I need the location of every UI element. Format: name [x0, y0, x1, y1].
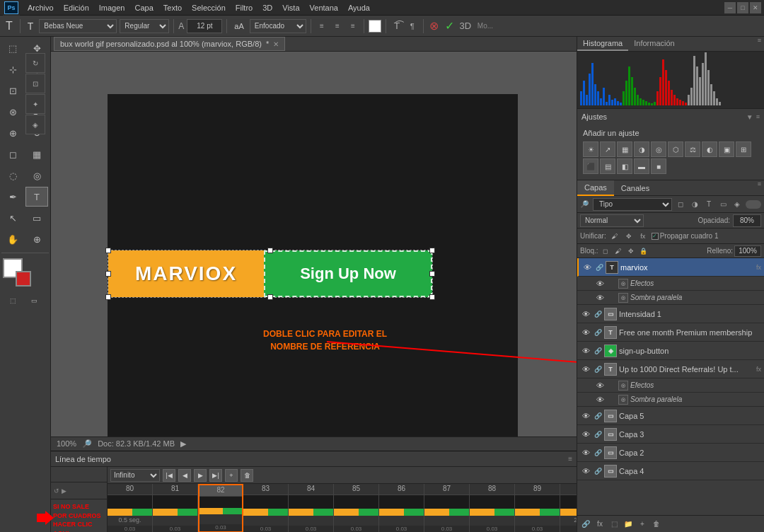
bw-icon[interactable]: ◐	[702, 141, 717, 157]
posterize-icon[interactable]: ▤	[600, 158, 615, 174]
menu-texto[interactable]: Texto	[158, 0, 187, 16]
ajustes-collapse[interactable]: ▼	[746, 113, 753, 121]
more-options[interactable]: Mo...	[478, 22, 493, 30]
zoom-tool[interactable]: ⊕	[25, 229, 48, 249]
add-mask-icon[interactable]: ⬚	[608, 519, 620, 530]
frame-cell[interactable]: 88 0.03	[470, 484, 515, 532]
frame-cell[interactable]: 87 0.03	[424, 484, 470, 532]
shape-tool[interactable]: ▭	[25, 208, 48, 228]
frame-cell[interactable]: 89 0.03	[515, 484, 560, 532]
curves-icon[interactable]: ↗	[600, 141, 615, 157]
link-layers-icon[interactable]: 🔗	[580, 519, 591, 530]
propagate-checkbox[interactable]: ✓	[652, 233, 659, 240]
layer-visibility-icon[interactable]: 👁	[580, 308, 591, 320]
layer-link-icon[interactable]: 🔗	[594, 327, 602, 338]
handle-tm[interactable]	[267, 248, 273, 253]
frame-cell[interactable]: 86 0.03	[379, 484, 424, 532]
loop-icon[interactable]: ↺	[54, 487, 59, 495]
channel-mix-icon[interactable]: ⊞	[736, 141, 751, 157]
text-orient-icon[interactable]: T	[25, 18, 37, 34]
text-filter-icon[interactable]: T	[703, 199, 714, 210]
blur-tool[interactable]: ◌	[1, 166, 24, 185]
document-tab[interactable]: bux world gif personalizado.psd al 100% …	[54, 37, 285, 51]
layer-item[interactable]: 👁 🔗 ▭ Capa 5	[577, 407, 764, 425]
brightness-icon[interactable]: ☀	[583, 141, 598, 157]
layer-link-icon[interactable]: 🔗	[594, 364, 602, 375]
layer-item[interactable]: 👁 🔗 ▭ Capa 4	[577, 462, 764, 480]
layer-visibility-icon[interactable]: 👁	[580, 447, 591, 458]
menu-capa[interactable]: Capa	[129, 0, 158, 16]
commit-icon[interactable]: ✓	[444, 20, 456, 33]
handle-br[interactable]	[429, 294, 435, 300]
text-color-swatch[interactable]	[369, 20, 381, 33]
frame-cell[interactable]: 85 0.03	[334, 484, 379, 532]
spot-heal-tool[interactable]: ⊛	[1, 102, 24, 122]
menu-3d[interactable]: 3D	[257, 0, 277, 16]
frame-cell[interactable]: 90 2 seg. 0.03	[560, 484, 577, 532]
trash-btn[interactable]: 🗑	[241, 469, 253, 482]
capas-tab[interactable]: Capas	[577, 180, 614, 196]
anti-alias-select[interactable]: Enfocado	[250, 19, 306, 33]
layer-item[interactable]: 👁 🔗 T Up to 1000 Direct Referrals! Up t.…	[577, 360, 764, 378]
histogram-menu[interactable]: ≡	[755, 37, 764, 51]
unify-paint-icon[interactable]: 🖌	[609, 231, 620, 242]
layer-item[interactable]: 👁 🔗 ▭ Capa 3	[577, 425, 764, 444]
layer-item[interactable]: 👁 🔗 T marviox fx	[577, 258, 764, 277]
layer-link-icon[interactable]: 🔗	[594, 466, 602, 477]
layer-link-icon[interactable]: 🔗	[594, 429, 602, 440]
frame-cell[interactable]: 80 0.5 seg. 0.03	[108, 484, 153, 532]
zoom-toggle[interactable]: 🔎	[82, 439, 92, 449]
text-tool[interactable]: T	[25, 187, 48, 207]
layer-styles-icon[interactable]: fx	[594, 519, 606, 530]
layer-visibility-icon[interactable]: 👁	[580, 345, 591, 357]
color-balance-icon[interactable]: ⚖	[685, 141, 700, 157]
handle-mr[interactable]	[429, 271, 435, 277]
adjust-filter-icon[interactable]: ◑	[689, 199, 700, 210]
timeline-collapse[interactable]: ≡	[568, 455, 572, 463]
lock-paint-icon[interactable]: 🖌	[613, 245, 624, 257]
exposure-icon[interactable]: ◑	[634, 141, 649, 157]
photo-filter-icon[interactable]: ▣	[719, 141, 734, 157]
frame-cell[interactable]: 84 0.03	[289, 484, 334, 532]
nav-arrow[interactable]: ▶	[180, 439, 186, 449]
handle-ml[interactable]	[105, 271, 111, 277]
light-tool[interactable]: ✦	[25, 94, 45, 114]
lock-pixels-icon[interactable]: ◻	[600, 245, 611, 257]
banner-element[interactable]: MARVIOX Sign Up Now	[108, 250, 433, 298]
camera-tool[interactable]: ⊡	[25, 74, 45, 93]
layer-visibility-icon[interactable]: 👁	[580, 327, 591, 338]
menu-filtro[interactable]: Filtro	[231, 0, 257, 16]
opacity-input[interactable]	[733, 214, 761, 227]
canales-tab[interactable]: Canales	[614, 180, 656, 196]
handle-bm[interactable]	[267, 294, 273, 300]
play-settings-icon[interactable]: ▶	[62, 487, 66, 495]
histogram-tab[interactable]: Histograma	[577, 37, 628, 51]
fill-input[interactable]	[734, 245, 761, 257]
warp-text-icon[interactable]: T͡	[390, 20, 403, 33]
delete-layer-icon[interactable]: 🗑	[651, 519, 662, 530]
unify-position-icon[interactable]: ✥	[623, 231, 635, 242]
background-color[interactable]	[16, 271, 31, 287]
new-layer-icon[interactable]: +	[637, 519, 648, 530]
gradient-map-icon[interactable]: ▬	[634, 158, 649, 174]
prev-frame-btn[interactable]: ◀	[178, 469, 191, 482]
sub-layer-item[interactable]: 👁 ◎ Efectos	[577, 277, 764, 291]
dodge-tool[interactable]: ◎	[25, 166, 48, 185]
sub-layer-item[interactable]: 👁 ◎ Sombra paralela	[577, 291, 764, 305]
frame-cell[interactable]: 83 0.03	[243, 484, 289, 532]
font-style-select[interactable]: Regular	[120, 19, 169, 33]
layer-link-icon[interactable]: 🔗	[594, 447, 602, 458]
close-button[interactable]: ✕	[750, 2, 761, 13]
layer-vis-icon[interactable]: 👁	[594, 292, 606, 303]
layer-item[interactable]: 👁 🔗 ▭ Capa 2	[577, 444, 764, 462]
sub-layer-item[interactable]: 👁 ◎ Sombra paralela	[577, 393, 764, 407]
layer-visibility-icon[interactable]: 👁	[580, 364, 591, 375]
gradient-tool[interactable]: ▦	[25, 144, 48, 164]
quick-mask-icon[interactable]: ⬚	[3, 294, 23, 308]
threshold-icon[interactable]: ◧	[617, 158, 632, 174]
play-btn[interactable]: ▶	[194, 469, 207, 482]
maximize-button[interactable]: □	[737, 2, 748, 13]
layer-visibility-icon[interactable]: 👁	[580, 410, 591, 422]
layer-link-icon[interactable]: 🔗	[594, 410, 602, 422]
lock-move-icon[interactable]: ✥	[625, 245, 637, 257]
